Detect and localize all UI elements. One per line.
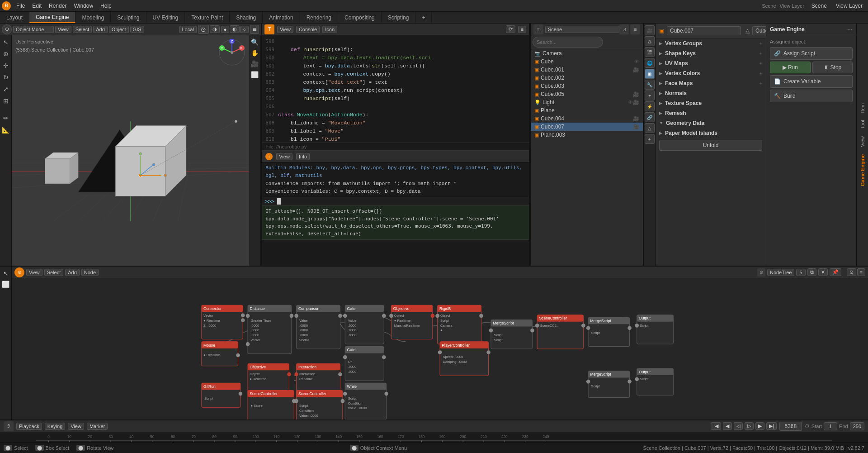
view-code-btn[interactable]: View — [277, 26, 293, 33]
console-input-line[interactable]: >>> — [262, 197, 529, 205]
timeline-ruler[interactable]: 0 10 20 30 40 50 60 70 80 — [0, 432, 868, 442]
timeline-view-btn[interactable]: View — [68, 423, 84, 430]
annotate-tool[interactable]: ✏ — [1, 113, 11, 123]
console-view-btn[interactable]: View — [276, 153, 292, 160]
gis-menu[interactable]: GIS — [130, 26, 144, 33]
refresh-btn[interactable]: ⟳ — [506, 25, 515, 33]
node-tree-selector-btn[interactable]: NodeTree — [767, 269, 795, 276]
menu-help[interactable]: Help — [97, 2, 115, 10]
remesh-section[interactable]: ▶ Remesh — [656, 108, 766, 118]
tab-shading[interactable]: Shading — [230, 12, 263, 23]
solid-shading[interactable]: ● — [221, 26, 230, 33]
game-engine-tab-active[interactable]: Game Engine — [860, 151, 865, 190]
xray-btn[interactable]: ◑ — [210, 25, 220, 33]
keying-btn[interactable]: Keying — [45, 423, 66, 430]
item-tab[interactable]: Item — [860, 100, 865, 116]
outliner-item-cube[interactable]: ▣ Cube 👁 — [531, 57, 643, 66]
outliner-item-cube002[interactable]: ▣ Cube.002 — [531, 74, 643, 82]
outliner-item-cube007[interactable]: ▣ Cube.007 🎥 — [531, 123, 643, 131]
current-frame-display[interactable]: 5368 — [779, 422, 802, 431]
view-layer-selector[interactable]: View Layer — [832, 2, 866, 10]
face-maps-section[interactable]: ▶ Face Maps + — [656, 78, 766, 88]
tab-rendering[interactable]: Rendering — [300, 12, 338, 23]
tab-game-engine[interactable]: Game Engine — [29, 12, 75, 23]
outliner-item-plane003[interactable]: ▣ Plane.003 — [531, 131, 643, 139]
node-overlay-btn[interactable]: ⊙ — [847, 268, 856, 276]
node-select-btn[interactable]: Select — [44, 269, 64, 276]
modifier-props-tab[interactable]: 🔧 — [645, 80, 655, 90]
uv-maps-section[interactable]: ▶ UV Maps + — [656, 58, 766, 68]
add-menu[interactable]: Add — [93, 26, 108, 33]
transform-local[interactable]: Local — [179, 26, 196, 33]
create-variable-btn[interactable]: 📄 Create Variable — [770, 75, 853, 88]
stop-btn[interactable]: ⏸ Stop — [812, 62, 853, 73]
object-menu[interactable]: Object — [109, 26, 129, 33]
end-frame-input[interactable]: 250 — [850, 422, 864, 430]
select-menu[interactable]: Select — [73, 26, 92, 33]
next-frame-btn[interactable]: ▶ — [755, 422, 764, 430]
constraints-props-tab[interactable]: 🔗 — [645, 112, 655, 122]
object-props-tab[interactable]: ▣ — [645, 69, 655, 79]
node-settings-btn[interactable]: ≡ — [857, 268, 865, 276]
code-display-area[interactable]: 598 599 def runScript(self): 600 #text =… — [262, 35, 529, 150]
viewport-canvas[interactable]: User Perspective (5368) Scene Collection… — [12, 35, 249, 266]
node-canvas[interactable]: Connector Vector ● Realtime Z -.0000 Mou… — [12, 278, 868, 420]
tab-animation[interactable]: Animation — [263, 12, 300, 23]
build-btn[interactable]: 🔨 Build — [770, 90, 853, 102]
data-props-tab[interactable]: △ — [645, 123, 655, 133]
particles-props-tab[interactable]: ✦ — [645, 91, 655, 100]
node-menu-btn[interactable]: Node — [81, 269, 99, 276]
node-close-btn[interactable]: ✕ — [818, 268, 828, 276]
scene-selector[interactable]: Scene — [808, 2, 830, 10]
vertex-groups-section[interactable]: ▶ Vertex Groups + — [656, 38, 766, 48]
geometry-data-section[interactable]: ▼ Geometry Data — [656, 118, 766, 128]
tab-compositing[interactable]: Compositing — [338, 12, 382, 23]
tab-layout[interactable]: Layout — [0, 12, 29, 23]
output-props-tab[interactable]: 🖨 — [645, 36, 655, 46]
rotate-tool[interactable]: ↻ — [1, 72, 11, 82]
mode-selector[interactable]: Object Mode — [13, 26, 54, 33]
measure-tool[interactable]: 📐 — [1, 125, 11, 135]
object-name-input[interactable] — [667, 26, 741, 35]
play-btn[interactable]: ▷ — [745, 422, 754, 430]
scene-props-tab[interactable]: 🎬 — [645, 47, 655, 57]
tool-tab[interactable]: Tool — [860, 116, 865, 133]
world-props-tab[interactable]: 🌐 — [645, 58, 655, 68]
box-select-tool[interactable]: ⬜ — [1, 279, 11, 289]
outliner-item-camera[interactable]: 📷 Camera — [531, 49, 643, 57]
start-frame-input[interactable]: 1 — [824, 422, 837, 430]
view-menu[interactable]: View — [55, 26, 71, 33]
tab-scripting[interactable]: Scripting — [382, 12, 416, 23]
playback-btn[interactable]: Playback — [16, 423, 42, 430]
run-btn[interactable]: ▶ Run — [770, 62, 811, 73]
unfold-btn[interactable]: Unfold — [659, 140, 762, 151]
material-props-tab[interactable]: ● — [645, 134, 655, 144]
view-tab[interactable]: View — [860, 133, 865, 151]
add-shape-key-btn[interactable]: + — [760, 51, 762, 56]
move-tool[interactable]: ✛ — [1, 61, 11, 71]
node-view-btn[interactable]: View — [26, 269, 42, 276]
assign-script-btn[interactable]: 🔗 Assign Script — [770, 47, 853, 60]
view-btn-circle[interactable]: ⊙ — [2, 24, 12, 34]
play-reverse-btn[interactable]: ◁ — [734, 422, 743, 430]
zoom-in-btn[interactable]: 🔍 — [250, 37, 260, 47]
node-add-btn[interactable]: Add — [65, 269, 80, 276]
tab-texture-paint[interactable]: Texture Paint — [185, 12, 230, 23]
menu-file[interactable]: File — [13, 2, 28, 10]
texture-space-section[interactable]: ▶ Texture Space — [656, 98, 766, 108]
normals-section[interactable]: ▶ Normals — [656, 88, 766, 98]
tab-uv-editing[interactable]: UV Editing — [146, 12, 185, 23]
transform-tool[interactable]: ⊞ — [1, 96, 11, 106]
jump-end-btn[interactable]: ▶| — [766, 422, 777, 430]
console-area[interactable]: i View Info Builtin Modules: bpy, bpy.da… — [262, 150, 529, 266]
add-face-map-btn[interactable]: + — [760, 81, 762, 86]
node-pin-btn[interactable]: 📌 — [830, 268, 841, 276]
code-settings-btn[interactable]: ≡ — [518, 26, 526, 33]
cursor-tool[interactable]: ⊕ — [1, 49, 11, 59]
overlay-btn[interactable]: ⊙ — [198, 25, 209, 34]
node-copy-btn[interactable]: ⧉ — [807, 268, 816, 276]
tab-sculpting[interactable]: Sculpting — [111, 12, 146, 23]
scale-tool[interactable]: ⤢ — [1, 84, 11, 94]
marker-btn[interactable]: Marker — [87, 423, 108, 430]
outliner-filter-btn[interactable]: ⊿ — [619, 24, 629, 34]
